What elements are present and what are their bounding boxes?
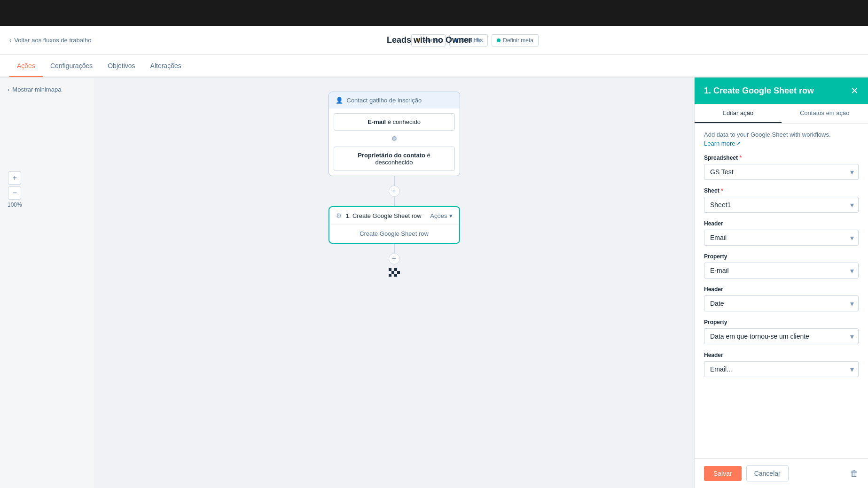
spreadsheet-field-group: Spreadsheet * GS Test — [704, 155, 859, 180]
rp-tab-contacts[interactable]: Contatos em ação — [782, 104, 868, 123]
minimap-toggle[interactable]: › Mostrar minimapa — [0, 82, 94, 97]
back-button[interactable]: ‹ Voltar aos fluxos de trabalho — [9, 37, 91, 44]
spreadsheet-select[interactable]: GS Test — [704, 164, 859, 180]
edit-title-icon[interactable]: ✎ — [476, 37, 481, 44]
action-title: 1. Create Google Sheet row — [346, 212, 422, 219]
external-link-icon: ↗ — [736, 140, 741, 147]
header2-select-wrapper: Date — [704, 295, 859, 311]
set-goal-button[interactable]: Definir meta — [492, 34, 539, 46]
trigger-header: 👤 Contact gatilho de inscrição — [329, 92, 460, 108]
add-step-button-1[interactable]: + — [389, 186, 400, 197]
sheet-label: Sheet * — [704, 187, 859, 194]
property1-label: Property — [704, 253, 859, 260]
right-panel-footer: Salvar Cancelar 🗑 — [695, 458, 868, 488]
header3-select[interactable]: Email... — [704, 361, 859, 377]
goal-dot — [497, 39, 500, 42]
save-button[interactable]: Salvar — [704, 466, 742, 481]
action-description: Create Google Sheet row — [360, 230, 429, 237]
action-menu-button[interactable]: Ações ▾ — [430, 212, 452, 219]
header1-field-group: Header Email — [704, 220, 859, 246]
v-line-2 — [394, 197, 395, 206]
header1-label: Header — [704, 220, 859, 227]
tab-configurations[interactable]: Configurações — [43, 55, 100, 77]
required-indicator: * — [739, 155, 742, 161]
property2-select[interactable]: Data em que tornou-se um cliente — [704, 328, 859, 344]
sheet-field-group: Sheet * Sheet1 — [704, 187, 859, 213]
back-label: Voltar aos fluxos de trabalho — [14, 37, 91, 44]
property1-field-group: Property E-mail — [704, 253, 859, 279]
canvas-content: 👤 Contact gatilho de inscrição E-mail é … — [94, 77, 694, 488]
sheet-select[interactable]: Sheet1 — [704, 197, 859, 213]
tab-changes[interactable]: Alterações — [143, 55, 189, 77]
back-arrow-icon: ‹ — [9, 37, 11, 44]
v-line-1 — [394, 176, 395, 186]
delete-button[interactable]: 🗑 — [850, 469, 859, 479]
close-panel-button[interactable]: ✕ — [851, 85, 859, 96]
header1-select-wrapper: Email — [704, 230, 859, 246]
required-indicator-2: * — [721, 187, 723, 194]
spreadsheet-select-wrapper: GS Test — [704, 164, 859, 180]
trigger-node[interactable]: 👤 Contact gatilho de inscrição E-mail é … — [328, 92, 460, 176]
property2-field-group: Property Data em que tornou-se um client… — [704, 319, 859, 344]
right-panel-header: 1. Create Google Sheet row ✕ — [695, 77, 868, 104]
top-bar — [0, 0, 868, 26]
property2-label: Property — [704, 319, 859, 325]
property2-select-wrapper: Data em que tornou-se um cliente — [704, 328, 859, 344]
zoom-level: 100% — [8, 201, 22, 208]
person-icon: 👤 — [336, 97, 343, 104]
property1-select-wrapper: E-mail — [704, 263, 859, 279]
workflow-name: Leads with no Owner — [387, 35, 472, 45]
zoom-in-button[interactable]: + — [8, 171, 21, 185]
header3-label: Header — [704, 352, 859, 358]
header-bar: ‹ Voltar aos fluxos de trabalho Leads wi… — [0, 26, 868, 55]
sheet-select-wrapper: Sheet1 — [704, 197, 859, 213]
header3-select-wrapper: Email... — [704, 361, 859, 377]
property1-select[interactable]: E-mail — [704, 263, 859, 279]
workflow-title: Leads with no Owner ✎ — [387, 35, 481, 45]
condition-owner: Proprietário do contato é desconhecido — [334, 147, 455, 171]
left-sidebar: › Mostrar minimapa + − 100% — [0, 77, 94, 488]
minimap-label: Mostrar minimapa — [12, 86, 61, 93]
zoom-out-button[interactable]: − — [8, 186, 21, 200]
main-tabs-bar: Ações Configurações Objetivos Alterações — [0, 55, 868, 77]
condition-email: E-mail é conhecido — [334, 113, 455, 131]
connector-2: + — [389, 244, 400, 264]
add-step-button-2[interactable]: + — [389, 253, 400, 264]
actions-label: Ações — [430, 212, 447, 219]
trigger-body: E-mail é conhecido Proprietário do conta… — [329, 108, 460, 176]
info-text: Add data to your Google Sheet with workf… — [704, 131, 859, 138]
spreadsheet-label: Spreadsheet * — [704, 155, 859, 161]
tab-actions[interactable]: Ações — [9, 55, 43, 77]
action-header: ⚙ 1. Create Google Sheet row Ações ▾ — [329, 207, 459, 224]
end-marker — [389, 268, 400, 277]
learn-more-link[interactable]: Learn more ↗ — [704, 140, 859, 147]
gear-icon: ⚙ — [336, 212, 342, 219]
action-header-left: ⚙ 1. Create Google Sheet row — [336, 212, 422, 219]
checker-pattern — [389, 268, 400, 277]
rp-tab-edit-action[interactable]: Editar ação — [695, 104, 782, 123]
workflow-canvas: 👤 Contact gatilho de inscrição E-mail é … — [94, 77, 694, 488]
header1-select[interactable]: Email — [704, 230, 859, 246]
connector-dot — [392, 136, 397, 141]
zoom-controls: + − 100% — [8, 171, 22, 208]
right-panel-body: Add data to your Google Sheet with workf… — [695, 124, 868, 458]
cancel-button[interactable]: Cancelar — [746, 465, 789, 481]
header2-label: Header — [704, 286, 859, 293]
action-node[interactable]: ⚙ 1. Create Google Sheet row Ações ▾ Cre… — [328, 206, 460, 244]
learn-more-label: Learn more — [704, 140, 735, 147]
header3-field-group: Header Email... — [704, 352, 859, 377]
connector-1: + — [389, 176, 400, 206]
chevron-down-icon: ▾ — [449, 212, 453, 219]
action-body: Create Google Sheet row — [329, 224, 459, 243]
main-area: › Mostrar minimapa + − 100% 👤 Contact ga… — [0, 77, 868, 488]
tab-objectives[interactable]: Objetivos — [100, 55, 142, 77]
header2-select[interactable]: Date — [704, 295, 859, 311]
goal-label: Definir meta — [503, 37, 533, 44]
right-panel-tabs: Editar ação Contatos em ação — [695, 104, 868, 124]
chevron-right-icon: › — [8, 86, 9, 93]
header2-field-group: Header Date — [704, 286, 859, 311]
right-panel-title: 1. Create Google Sheet row — [704, 86, 814, 96]
v-line-3 — [394, 244, 395, 253]
trigger-title: Contact gatilho de inscrição — [347, 97, 422, 104]
right-panel: 1. Create Google Sheet row ✕ Editar ação… — [694, 77, 868, 488]
